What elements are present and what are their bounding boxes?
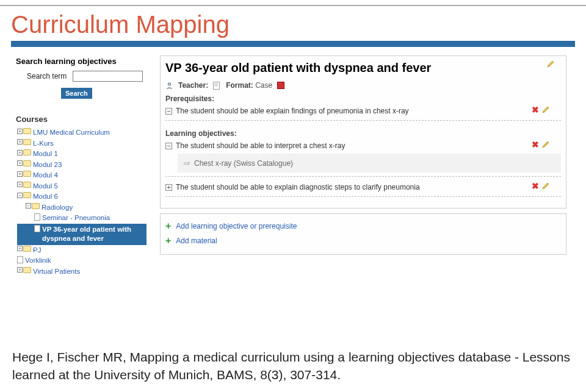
folder-icon (23, 171, 31, 177)
collapse-icon[interactable]: − (26, 203, 31, 208)
add-lo-label: Add learning objective or prerequisite (176, 222, 297, 230)
edit-button[interactable] (541, 182, 550, 190)
format-label: Format: (226, 81, 253, 90)
tree-node[interactable]: +Modul 4 (17, 170, 146, 181)
divider (165, 196, 561, 197)
main-panel: VP 36-year old patient with dyspnea and … (151, 47, 575, 282)
folder-icon (23, 182, 31, 188)
folder-icon (23, 128, 31, 134)
add-material-link[interactable]: + Add material (165, 233, 561, 248)
folder-icon (23, 139, 31, 145)
tree-node-label: Modul 5 (33, 182, 58, 191)
delete-button[interactable]: ✖ (532, 182, 539, 190)
slide-title: Curriculum Mapping (11, 11, 586, 38)
expand-icon[interactable]: + (17, 267, 23, 273)
divider (165, 176, 561, 177)
app-body: Search learning objectives Search term S… (11, 47, 575, 282)
search-term-label: Search term (27, 72, 67, 80)
tree-node-icon: + (17, 149, 31, 155)
prerequisite-row: −The student should be able explain find… (165, 105, 561, 116)
teacher-label: Teacher: (178, 81, 208, 90)
format-value: Case (255, 81, 272, 90)
tree-node-label: Modul 4 (33, 171, 58, 180)
learning-objective-row: −The student should be able to interpret… (165, 140, 561, 151)
case-detail-box: VP 36-year old patient with dyspnea and … (160, 55, 566, 208)
expand-icon[interactable]: + (165, 184, 172, 191)
expand-icon[interactable]: + (17, 129, 23, 134)
add-actions-box: + Add learning objective or prerequisite… (160, 213, 566, 255)
search-input[interactable] (73, 71, 143, 82)
user-icon (165, 82, 173, 90)
tree-node[interactable]: Vorklinik (17, 255, 146, 266)
tree-node[interactable]: +Modul 23 (17, 160, 146, 171)
catalogue-reference-text: Chest x-ray (Swiss Catalogue) (194, 159, 293, 168)
expand-icon[interactable]: + (17, 160, 23, 166)
catalogue-reference[interactable]: ⇨Chest x-ray (Swiss Catalogue) (178, 154, 561, 173)
edit-button[interactable] (541, 140, 550, 149)
collapse-icon[interactable]: − (17, 193, 23, 198)
search-button[interactable]: Search (61, 88, 92, 99)
tree-node[interactable]: +L-Kurs (17, 138, 146, 149)
tree-node-label: Seminar - Pneumonia (42, 213, 110, 223)
learning-objective-item: +The student should be able to explain d… (165, 182, 561, 193)
tree-node[interactable]: Seminar - Pneumonia (17, 213, 146, 224)
prerequisites-heading: Prerequisites: (165, 94, 561, 103)
add-learning-objective-link[interactable]: + Add learning objective or prerequisite (165, 219, 561, 233)
tree-node[interactable]: −Radiology (17, 202, 146, 213)
tree-node-label: LMU Medical Curriculum (33, 128, 110, 138)
tree-node[interactable]: +Modul 1 (17, 149, 146, 160)
divider (165, 120, 561, 121)
learning-objective-text: The student should be able to interpret … (176, 141, 345, 150)
tree-node[interactable]: VP 36-year old patient with dyspnea and … (17, 224, 146, 245)
learning-objective-item: −The student should be able to interpret… (165, 140, 561, 151)
tree-node-icon: − (26, 203, 40, 209)
expand-icon[interactable]: + (17, 150, 23, 155)
tree-node[interactable]: +Modul 5 (17, 181, 146, 192)
search-objectives-heading: Search learning objectives (16, 57, 146, 66)
tree-node-label: Virtual Patients (33, 267, 80, 277)
edit-button[interactable] (541, 105, 550, 114)
folder-icon (23, 267, 31, 273)
collapse-icon[interactable]: − (165, 108, 172, 115)
tree-node-icon (34, 213, 40, 221)
expand-icon[interactable]: + (17, 139, 23, 144)
tree-node-icon: + (17, 267, 31, 273)
tree-node-icon: + (17, 160, 31, 166)
row-actions: ✖ (532, 140, 550, 149)
tree-node-icon: + (17, 171, 31, 177)
tree-node[interactable]: +PJ (17, 245, 146, 256)
delete-button[interactable]: ✖ (532, 105, 539, 114)
tree-node-icon (17, 256, 23, 263)
app-screenshot: Search learning objectives Search term S… (11, 41, 575, 282)
learning-objective-row: +The student should be able to explain d… (165, 182, 561, 193)
expand-icon[interactable]: + (17, 182, 23, 187)
format-icon (213, 82, 221, 90)
prerequisite-item: −The student should be able explain find… (165, 105, 561, 116)
row-actions: ✖ (532, 182, 550, 190)
folder-icon (32, 203, 40, 209)
tree-node[interactable]: +Virtual Patients (17, 266, 146, 277)
sidebar: Search learning objectives Search term S… (11, 47, 151, 282)
tree-node-label: PJ (33, 246, 41, 255)
collapse-icon[interactable]: − (165, 143, 172, 149)
case-title: VP 36-year old patient with dyspnea and … (165, 61, 561, 75)
learning-objective-text: The student should be able to explain di… (176, 183, 420, 191)
delete-button[interactable]: ✖ (532, 140, 539, 149)
tree-node[interactable]: −Modul 6 (17, 191, 146, 202)
tree-node[interactable]: +LMU Medical Curriculum (17, 127, 146, 138)
tree-node-label: Modul 1 (33, 149, 58, 159)
edit-case-button[interactable] (546, 60, 555, 70)
course-tree: +LMU Medical Curriculum+L-Kurs+Modul 1+M… (17, 127, 146, 277)
courses-heading: Courses (16, 115, 146, 124)
tree-node-icon: + (17, 128, 31, 134)
svg-rect-5 (278, 82, 284, 88)
expand-icon[interactable]: + (17, 171, 23, 177)
tree-node-label: VP 36-year old patient with dyspnea and … (42, 225, 146, 244)
tree-node-icon (34, 225, 40, 232)
page-icon (17, 256, 23, 263)
plus-icon: + (165, 221, 171, 231)
expand-icon[interactable]: + (17, 246, 23, 251)
folder-icon (23, 192, 31, 198)
tree-node-icon: + (17, 139, 31, 145)
svg-point-0 (168, 82, 171, 85)
